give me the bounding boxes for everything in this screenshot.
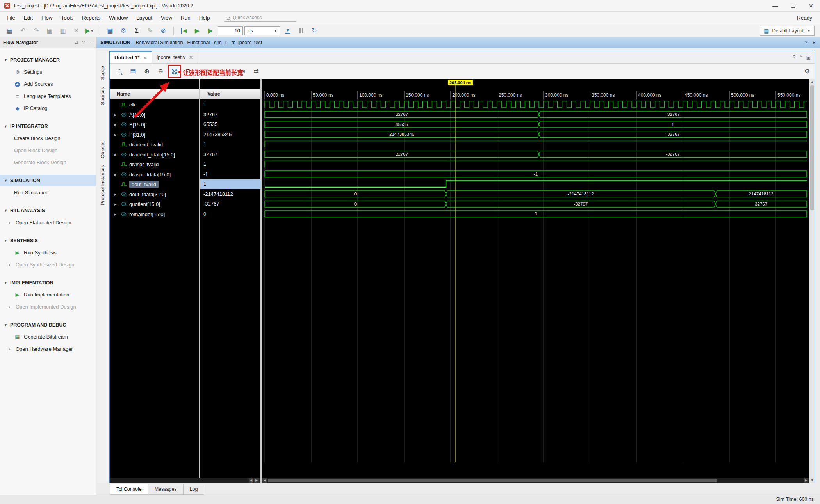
menu-item-file[interactable]: File <box>2 13 20 23</box>
maximize-panel-icon[interactable]: ▣ <box>806 55 811 60</box>
find-icon[interactable] <box>114 66 125 76</box>
expand-icon[interactable]: ▸ <box>114 172 118 177</box>
close-tab-icon[interactable]: ✕ <box>143 55 147 60</box>
float-window-icon[interactable]: ^ <box>800 55 802 60</box>
expand-icon[interactable]: ▸ <box>114 202 118 207</box>
expand-icon[interactable]: ▸ <box>114 192 118 197</box>
flow-item-open-elaborated-design[interactable]: ›Open Elaborated Design <box>0 217 96 229</box>
relaunch-sim-icon[interactable]: ↻ <box>308 25 320 36</box>
debug-probe-icon[interactable]: ⊗ <box>157 25 169 36</box>
zoom-in-icon[interactable]: ⊕ <box>142 66 152 76</box>
reports-icon[interactable]: ▦ <box>104 25 116 36</box>
flow-item-open-synthesized-design[interactable]: ›Open Synthesized Design <box>0 259 96 271</box>
expand-icon[interactable]: ▸ <box>114 152 118 157</box>
menu-item-run[interactable]: Run <box>176 13 195 23</box>
minimize-button[interactable]: — <box>766 0 784 12</box>
layout-selector[interactable]: ▦ Default Layout ▼ <box>760 26 815 36</box>
signal-value-dividend-tdata-15-0[interactable]: 32767 <box>200 149 260 160</box>
scroll-up-icon[interactable]: ▲ <box>810 80 815 84</box>
paste-icon[interactable]: ▥ <box>57 25 69 36</box>
bottom-tab-tcl-console[interactable]: Tcl Console <box>110 484 148 495</box>
flow-item-open-hardware-manager[interactable]: ›Open Hardware Manager <box>0 343 96 355</box>
vscroll-thumb[interactable] <box>810 85 814 210</box>
bottom-tab-log[interactable]: Log <box>184 484 205 495</box>
run-for-time-icon[interactable]: ▶ <box>205 25 216 36</box>
flow-section-program-and-debug[interactable]: ▼PROGRAM AND DEBUG <box>0 319 96 331</box>
signal-row-divisor-tdata-15-0[interactable]: ▸divisor_tdata[15:0] <box>110 169 199 179</box>
flow-item-settings[interactable]: ⚙Settings <box>0 66 96 78</box>
menu-item-flow[interactable]: Flow <box>37 13 57 23</box>
flow-section-synthesis[interactable]: ▼SYNTHESIS <box>0 235 96 247</box>
flow-section-simulation[interactable]: ▼SIMULATION <box>0 175 96 186</box>
close-tab-icon[interactable]: ✕ <box>189 55 193 60</box>
settings-gear-icon[interactable]: ⚙ <box>118 25 129 36</box>
signal-value-dividend-tvalid[interactable]: 1 <box>200 139 260 149</box>
scroll-left-icon[interactable]: ◀ <box>262 478 267 483</box>
signal-value-divisor-tdata-15-0[interactable]: -1 <box>200 169 260 179</box>
bottom-tab-messages[interactable]: Messages <box>148 484 184 495</box>
signal-value-a-15-0[interactable]: 32767 <box>200 110 260 120</box>
expand-icon[interactable]: ▸ <box>114 212 118 217</box>
run-flow-icon[interactable]: ▶▼ <box>84 25 95 36</box>
flow-item-create-block-design[interactable]: Create Block Design <box>0 132 96 144</box>
hscroll-thumb[interactable] <box>268 479 717 482</box>
flow-item-ip-catalog[interactable]: ◆IP Catalog <box>0 102 96 114</box>
waveform-svg[interactable]: 0.000 ns50.000 ns100.000 ns150.000 ns200… <box>262 79 809 478</box>
signal-value-dout-tdata-31-0[interactable]: -2147418112 <box>200 189 260 199</box>
pause-icon[interactable] <box>295 25 307 36</box>
wave-settings-icon[interactable]: ⚙ <box>804 67 810 75</box>
copy-icon[interactable]: ▦ <box>44 25 55 36</box>
flow-item-generate-block-design[interactable]: Generate Block Design <box>0 156 96 169</box>
close-button[interactable]: ✕ <box>802 0 820 12</box>
flow-item-run-synthesis[interactable]: ▶Run Synthesis <box>0 247 96 259</box>
side-tab-objects[interactable]: Objects <box>100 142 105 158</box>
undo-icon[interactable]: ↶ <box>17 25 29 36</box>
editor-tab-untitled-1[interactable]: Untitled 1*✕ <box>110 51 152 63</box>
flow-section-project-manager[interactable]: ▼PROJECT MANAGER <box>0 54 96 66</box>
signal-value-p-31-0[interactable]: 2147385345 <box>200 130 260 140</box>
value-column-header[interactable]: Value <box>200 89 260 99</box>
flow-item-language-templates[interactable]: ≡Language Templates <box>0 90 96 102</box>
flow-item-add-sources[interactable]: +Add Sources <box>0 78 96 90</box>
expand-icon[interactable]: ▸ <box>114 132 118 137</box>
flow-item-open-implemented-design[interactable]: ›Open Implemented Design <box>0 301 96 313</box>
signal-row-divisor-tvalid[interactable]: ▸divisor_tvalid <box>110 159 199 169</box>
help-icon[interactable]: ? <box>82 40 85 45</box>
flow-item-open-block-design[interactable]: Open Block Design <box>0 144 96 156</box>
flow-section-rtl-analysis[interactable]: ▼RTL ANALYSIS <box>0 205 96 217</box>
signal-row-remainder-15-0[interactable]: ▸remainder[15:0] <box>110 209 199 219</box>
edit-icon[interactable]: ✎ <box>144 25 156 36</box>
signal-row-dividend-tvalid[interactable]: ▸dividend_tvalid <box>110 139 199 149</box>
run-all-icon[interactable]: ▶ <box>191 25 203 36</box>
swap-ends-icon[interactable]: ⇄ <box>251 66 261 76</box>
menu-item-help[interactable]: Help <box>195 13 214 23</box>
redo-icon[interactable]: ↷ <box>30 25 42 36</box>
menu-item-layout[interactable]: Layout <box>132 13 157 23</box>
flow-item-run-implementation[interactable]: ▶Run Implementation <box>0 289 96 301</box>
side-tab-scope[interactable]: Scope <box>100 66 105 80</box>
name-panel-hscrollbar[interactable]: ◀ ▶ <box>110 478 260 483</box>
delete-icon[interactable]: ✕ <box>70 25 82 36</box>
scroll-down-icon[interactable]: ▼ <box>810 478 815 482</box>
menu-item-edit[interactable]: Edit <box>20 13 37 23</box>
wave-vscrollbar[interactable]: ▲ ▼ <box>809 79 815 483</box>
signal-row-p-31-0[interactable]: ▸P[31:0] <box>110 130 199 140</box>
signal-row-quotient-15-0[interactable]: ▸quotient[15:0] <box>110 199 199 209</box>
signal-row-dividend-tdata-15-0[interactable]: ▸dividend_tdata[15:0] <box>110 149 199 160</box>
expand-icon[interactable]: ▸ <box>114 122 118 127</box>
save-project-icon[interactable]: ▤ <box>4 25 16 36</box>
close-icon[interactable]: ✕ <box>812 40 816 46</box>
editor-tab-ipcore-test-v[interactable]: ipcore_test.v✕ <box>152 51 198 63</box>
scroll-right-icon[interactable]: ▶ <box>804 478 808 483</box>
signal-value-quotient-15-0[interactable]: -32767 <box>200 199 260 209</box>
side-tab-protocol-instances[interactable]: Protocol Instances <box>100 165 105 205</box>
menu-item-window[interactable]: Window <box>105 13 132 23</box>
quick-access-search[interactable]: Quick Access <box>224 14 296 22</box>
signal-value-remainder-15-0[interactable]: 0 <box>200 209 260 219</box>
signal-row-dout-tvalid[interactable]: ▸dout_tvalid <box>110 179 199 189</box>
flow-item-generate-bitstream[interactable]: ▦Generate Bitstream <box>0 331 96 343</box>
maximize-button[interactable] <box>784 0 802 12</box>
waveform-canvas[interactable]: 0.000 ns50.000 ns100.000 ns150.000 ns200… <box>262 79 809 478</box>
step-icon[interactable]: ▼ <box>282 25 294 36</box>
flow-section-ip-integrator[interactable]: ▼IP INTEGRATOR <box>0 121 96 132</box>
